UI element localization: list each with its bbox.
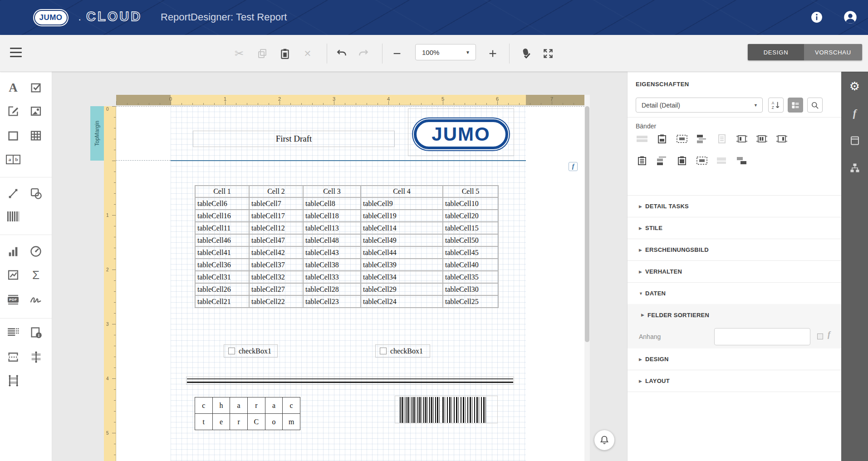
pdf-content-tool-icon[interactable]: PDF [5,291,22,308]
report-page[interactable]: First Draft JUMO f Cell 1Cell 2Cell 3Cel… [116,106,584,461]
table-header-cell[interactable]: Cell 2 [249,186,303,197]
comb-cell[interactable]: a [230,397,248,414]
redo-icon[interactable] [355,45,372,62]
table-row[interactable]: tableCell41tableCell42tableCell43tableCe… [195,246,498,259]
paste-icon[interactable] [277,45,293,62]
table-cell[interactable]: tableCell18 [303,210,361,222]
menu-icon[interactable] [10,48,22,57]
section-detail-tasks[interactable]: ▶DETAIL TASKS [628,196,842,217]
section-daten[interactable]: ▼DATEN [628,283,842,304]
band-icon-group-footer[interactable] [656,155,668,166]
table-cell[interactable]: tableCell42 [249,246,303,259]
gauge-tool-icon[interactable] [27,243,44,260]
comb-cell[interactable]: C [247,414,265,430]
table-cell[interactable]: tableCell29 [361,283,443,295]
band-icon-detail-report-3[interactable] [775,133,788,144]
element-selector-dropdown[interactable]: Detail (Detail) ▼ [636,98,763,113]
anhang-fx-icon[interactable]: f [828,330,830,339]
shape-tool-icon[interactable] [27,185,44,202]
table-row[interactable]: tableCell26tableCell27tableCell28tableCe… [195,283,498,295]
table-cell[interactable]: tableCell40 [443,259,498,271]
page-break-tool-icon[interactable] [5,348,22,366]
cut-icon[interactable]: ✂ [231,45,247,62]
chart-tool-icon[interactable] [5,243,22,260]
cross-band-line-tool-icon[interactable] [27,348,44,366]
band-icon-group-header[interactable] [696,133,708,144]
page-info-tool-icon[interactable] [27,324,44,341]
design-button[interactable]: DESIGN [748,44,804,60]
table-header-row[interactable]: Cell 1Cell 2Cell 3Cell 4Cell 5 [195,186,498,197]
band-icon-detail-report-1[interactable] [736,133,748,144]
band-icon-page-header[interactable] [676,155,688,166]
richtext-tool-icon[interactable] [5,103,22,120]
table-cell[interactable]: tableCell32 [249,271,303,283]
section-design[interactable]: ▶DESIGN [628,348,842,370]
table-cell[interactable]: tableCell38 [303,259,361,271]
cross-band-box-tool-icon[interactable] [5,372,22,389]
comb-cell[interactable]: r [247,397,265,414]
signature-tool-icon[interactable] [27,291,44,308]
comb-cell[interactable]: h [212,397,230,414]
band-icon-report-header[interactable] [656,133,668,144]
table-cell[interactable]: tableCell39 [361,259,443,271]
label-tool-icon[interactable]: A [5,79,22,96]
band-icon-report-footer[interactable] [636,155,648,166]
section-stile[interactable]: ▶STILE [628,217,842,239]
table-cell[interactable]: tableCell22 [249,295,303,308]
logo-picture-box[interactable]: JUMO [408,108,514,156]
subreport-tool-icon[interactable] [5,324,22,341]
table-cell[interactable]: tableCell44 [361,246,443,259]
info-icon[interactable] [809,10,824,25]
comb-cell[interactable]: o [265,414,283,430]
comb-cell[interactable]: m [283,414,300,430]
table-header-cell[interactable]: Cell 1 [195,186,249,197]
line-tool-icon[interactable] [5,185,22,202]
scrollbar-thumb[interactable] [585,106,589,342]
expression-fx-button[interactable]: f [569,162,578,171]
category-view-button[interactable] [788,98,803,113]
table-cell[interactable]: tableCell11 [195,222,249,234]
report-explorer-icon[interactable] [841,127,868,154]
barcode-element[interactable] [395,396,498,423]
table-row[interactable]: tableCell36tableCell37tableCell38tableCe… [195,259,498,271]
table-cell[interactable]: tableCell36 [195,259,249,271]
table-cell[interactable]: tableCell13 [303,222,361,234]
character-comb-tool-icon[interactable]: ab [5,151,22,168]
table-cell[interactable]: tableCell35 [443,271,498,283]
table-cell[interactable]: tableCell14 [361,222,443,234]
table-cell[interactable]: tableCell8 [303,197,361,210]
section-layout[interactable]: ▶LAYOUT [628,370,842,392]
table-cell[interactable]: tableCell15 [443,222,498,234]
panel-tool-icon[interactable] [5,127,22,144]
section-erscheinungsbild[interactable]: ▶ERSCHEINUNGSBILD [628,239,842,261]
table-cell[interactable]: tableCell31 [195,271,249,283]
fullscreen-icon[interactable] [540,45,556,62]
section-felder-sortieren[interactable]: ▶ FELDER SORTIEREN [628,304,842,326]
sort-az-button[interactable]: AZ [768,98,784,113]
table-row[interactable]: tableCell16tableCell17tableCell18tableCe… [195,210,498,222]
table-cell[interactable]: tableCell46 [195,234,249,246]
barcode-tool-icon[interactable] [5,208,22,225]
table-row[interactable]: tableCell11tableCell12tableCell13tableCe… [195,222,498,234]
table-row[interactable]: tableCell31tableCell32tableCell33tableCe… [195,271,498,283]
band-icon-page[interactable] [716,133,728,144]
undo-icon[interactable] [333,45,350,62]
table-cell[interactable]: tableCell19 [361,210,443,222]
table-cell[interactable]: tableCell9 [361,197,443,210]
table-cell[interactable]: tableCell34 [361,271,443,283]
table-cell[interactable]: tableCell12 [249,222,303,234]
table-cell[interactable]: tableCell25 [443,295,498,308]
zoom-out-icon[interactable] [389,45,405,62]
comb-cell[interactable]: c [195,397,213,414]
table-cell[interactable]: tableCell17 [249,210,303,222]
table-row[interactable]: tableCell21tableCell22tableCell23tableCe… [195,295,498,308]
table-cell[interactable]: tableCell21 [195,295,249,308]
report-structure-icon[interactable] [841,154,868,181]
table-cell[interactable]: tableCell26 [195,283,249,295]
table-cell[interactable]: tableCell27 [249,283,303,295]
band-icon-page-footer[interactable] [696,155,708,166]
table-row[interactable]: tableCell46tableCell47tableCell48tableCe… [195,234,498,246]
report-table[interactable]: Cell 1Cell 2Cell 3Cell 4Cell 5tableCell6… [195,185,499,308]
table-cell[interactable]: tableCell28 [303,283,361,295]
band-icon-detail-report-2[interactable] [755,133,768,144]
